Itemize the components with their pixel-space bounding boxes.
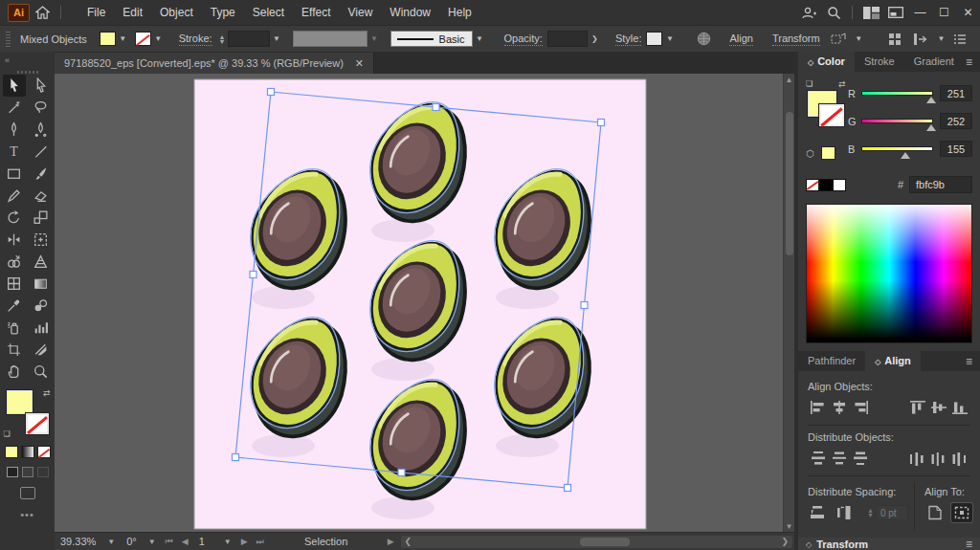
perspective-grid-tool[interactable] <box>30 251 53 273</box>
hscroll-thumb[interactable] <box>580 538 630 546</box>
stroke-weight-field[interactable] <box>228 31 270 47</box>
dock-chevron-icon[interactable]: ▼ <box>935 32 947 46</box>
transform-menu-icon[interactable]: ≡ <box>966 538 972 550</box>
transform-panel-header[interactable]: ◇ Transform ≡ <box>798 538 980 550</box>
graph-tool[interactable] <box>30 317 53 339</box>
closest-web-color-swatch[interactable] <box>821 146 835 160</box>
panel-list-icon[interactable] <box>953 33 967 45</box>
color-panel-menu-icon[interactable]: ≡ <box>966 55 972 72</box>
stroke-weight-label[interactable]: Stroke: <box>179 33 212 46</box>
close-button[interactable]: ✕ <box>956 3 980 22</box>
share-account-icon[interactable] <box>796 3 821 22</box>
canvas[interactable]: ▲ ▼ <box>55 74 794 532</box>
gradient-mode-button[interactable] <box>21 446 34 458</box>
d-right-button[interactable] <box>949 449 970 468</box>
channel-value-field[interactable]: 155 <box>940 141 972 157</box>
stroke-swatch[interactable] <box>26 413 49 434</box>
stroke-chevron-icon[interactable]: ▼ <box>152 32 165 46</box>
d-left-button[interactable] <box>907 449 928 468</box>
white-swatch[interactable] <box>833 179 846 191</box>
zoom-level[interactable]: 39.33% <box>55 533 101 550</box>
edit-toolbar-icon[interactable]: ••• <box>0 509 55 520</box>
document-setup-icon[interactable] <box>697 32 711 46</box>
v-middle-button[interactable] <box>928 398 949 417</box>
style-label[interactable]: Style: <box>615 33 642 46</box>
eyedropper-tool[interactable] <box>3 295 26 317</box>
rotation-value[interactable]: 0° <box>121 533 143 550</box>
maximize-button[interactable]: ☐ <box>932 3 956 22</box>
none-swatch[interactable] <box>806 179 819 191</box>
draw-inside-button[interactable] <box>37 467 49 477</box>
touch-workspace-icon[interactable] <box>888 33 902 46</box>
eraser-tool[interactable] <box>30 185 53 207</box>
panel-stroke-swatch[interactable] <box>819 104 844 126</box>
mesh-tool[interactable] <box>3 273 26 295</box>
opacity-label[interactable]: Opacity: <box>504 33 543 46</box>
rotate-tool[interactable] <box>3 207 26 229</box>
tab-align[interactable]: ◇Align <box>865 351 921 371</box>
menu-object[interactable]: Object <box>151 2 202 23</box>
paintbrush-tool[interactable] <box>30 163 53 185</box>
artboard-tool[interactable] <box>3 339 26 361</box>
lasso-tool[interactable] <box>30 97 53 119</box>
channel-slider[interactable] <box>861 91 933 96</box>
shape-chevron-icon[interactable]: ▼ <box>853 32 865 46</box>
tab-stroke[interactable]: Stroke <box>855 52 904 72</box>
profile-chevron-icon[interactable]: ▼ <box>474 32 486 46</box>
magic-wand-tool[interactable] <box>3 97 26 119</box>
zoom-tool[interactable] <box>30 361 53 383</box>
none-mode-button[interactable] <box>37 446 51 458</box>
hand-tool[interactable] <box>3 361 26 383</box>
channel-value-field[interactable]: 251 <box>940 85 972 101</box>
align-link[interactable]: Align <box>729 33 752 46</box>
menu-effect[interactable]: Effect <box>293 2 339 23</box>
channel-slider[interactable] <box>861 119 933 123</box>
style-chevron-icon[interactable]: ▼ <box>663 32 676 46</box>
menu-file[interactable]: File <box>78 2 114 23</box>
rectangle-tool[interactable] <box>3 163 26 185</box>
first-artboard-icon[interactable]: ⏮ <box>162 537 178 547</box>
artboard-number[interactable]: 1 <box>193 533 218 550</box>
curvature-tool[interactable] <box>30 119 53 141</box>
menu-view[interactable]: View <box>340 2 382 23</box>
hex-value-field[interactable]: fbfc9b <box>909 176 972 193</box>
dock-arrange-icon[interactable] <box>913 33 928 46</box>
transform-link[interactable]: Transform <box>772 33 820 46</box>
scroll-left-icon[interactable]: ❮ <box>401 537 416 546</box>
prev-artboard-icon[interactable]: ◀ <box>178 537 193 546</box>
horizontal-scrollbar[interactable]: ❮ ❯ <box>401 536 792 548</box>
align-panel-menu-icon[interactable]: ≡ <box>966 355 972 371</box>
slider-handle[interactable] <box>926 97 936 103</box>
collapse-diamond-icon[interactable]: ◇ <box>808 58 813 67</box>
opacity-field[interactable] <box>547 31 588 47</box>
document-tab[interactable]: 97188520_eps [Converted].eps* @ 39.33 % … <box>55 53 374 74</box>
artwork[interactable] <box>55 74 783 532</box>
arrange-documents-icon[interactable] <box>883 3 908 22</box>
symbol-sprayer-tool[interactable] <box>3 317 26 339</box>
menu-window[interactable]: Window <box>381 2 439 23</box>
selection-tool[interactable] <box>3 75 26 97</box>
fill-chevron-icon[interactable]: ▼ <box>117 32 129 46</box>
toolbar-collapse-icon[interactable]: « <box>0 52 55 69</box>
channel-value-field[interactable]: 252 <box>940 113 972 129</box>
default-fill-stroke-icon[interactable]: ❏ <box>4 429 11 438</box>
sp-vertical-button[interactable] <box>808 503 829 522</box>
sp-horizontal-button[interactable] <box>835 503 856 522</box>
home-icon[interactable] <box>30 3 55 22</box>
slider-handle[interactable] <box>901 152 910 159</box>
artboard-chevron-icon[interactable]: ▼ <box>218 538 237 546</box>
swap-fill-stroke-icon[interactable]: ⇄ <box>43 388 51 398</box>
menu-type[interactable]: Type <box>202 2 244 23</box>
collapse-diamond-icon[interactable]: ◇ <box>875 358 880 366</box>
tab-color[interactable]: ◇Color <box>798 52 855 72</box>
screen-mode-button[interactable] <box>20 487 35 499</box>
shape-properties-icon[interactable] <box>831 33 846 46</box>
opacity-expand-icon[interactable]: ❯ <box>589 32 601 46</box>
stroke-weight-chevron-icon[interactable]: ▼ <box>271 32 283 46</box>
search-icon[interactable] <box>821 3 846 22</box>
swap-colors-icon[interactable]: ⇄ <box>838 79 846 89</box>
workspace-switcher-icon[interactable] <box>858 3 883 22</box>
fill-color-swatch[interactable] <box>100 32 116 46</box>
minimize-button[interactable]: — <box>908 3 932 22</box>
to-artboard-button[interactable] <box>924 503 946 522</box>
